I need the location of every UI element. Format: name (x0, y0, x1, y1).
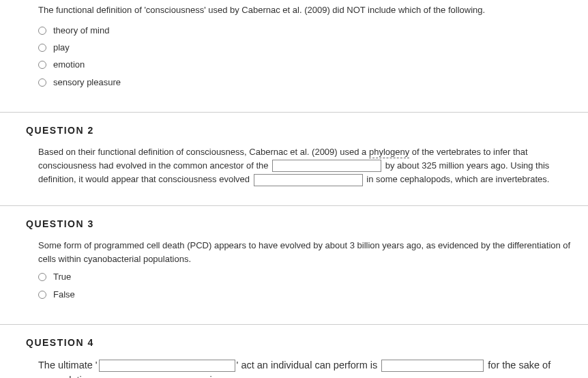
radio-icon[interactable] (38, 291, 46, 299)
radio-icon[interactable] (38, 78, 46, 87)
question-1-body: The functional definition of 'consciousn… (0, 3, 588, 89)
q3-option-false-label: False (53, 288, 75, 302)
question-2-body: Based on their functional definition of … (0, 145, 588, 186)
q1-option-1[interactable]: theory of mind (38, 24, 571, 38)
q1-option-2-label: play (53, 41, 70, 55)
question-2-heading: QUESTION 2 (0, 113, 588, 145)
q1-option-4-label: sensory pleasure (53, 76, 121, 89)
radio-icon[interactable] (38, 27, 46, 35)
q2-underlined: phylogeny (369, 147, 409, 158)
q1-option-2[interactable]: play (38, 41, 571, 55)
q1-option-3[interactable]: emotion (38, 58, 571, 72)
radio-icon[interactable] (38, 61, 46, 69)
q4-text-2: ' act an individual can perform is (237, 360, 381, 370)
q1-option-3-label: emotion (53, 58, 85, 72)
question-3-body: Some form of programmed cell death (PCD)… (0, 239, 588, 302)
q1-option-4[interactable]: sensory pleasure (38, 76, 571, 89)
q4-blank-2[interactable] (381, 360, 484, 372)
question-4-body: The ultimate '' act an individual can pe… (0, 358, 588, 378)
question-1: The functional definition of 'consciousn… (0, 0, 588, 113)
radio-icon[interactable] (38, 273, 46, 281)
question-3-heading: QUESTION 3 (0, 206, 588, 239)
question-4: QUESTION 4 The ultimate '' act an indivi… (0, 325, 588, 378)
q4-blank-1[interactable] (99, 360, 235, 372)
question-3: QUESTION 3 Some form of programmed cell … (0, 206, 588, 325)
q4-text-1: The ultimate ' (38, 360, 98, 370)
question-3-prompt: Some form of programmed cell death (PCD)… (38, 239, 571, 266)
q2-text-1: Based on their functional definition of … (38, 147, 369, 157)
q3-option-false[interactable]: False (38, 288, 571, 302)
radio-icon[interactable] (38, 44, 46, 52)
q1-option-1-label: theory of mind (53, 24, 109, 38)
q2-blank-1[interactable] (272, 160, 381, 172)
q3-option-true-label: True (53, 270, 71, 284)
question-4-heading: QUESTION 4 (0, 325, 588, 358)
q2-text-4: in some cephalopods, which are invertebr… (364, 174, 550, 184)
question-1-prompt: The functional definition of 'consciousn… (38, 3, 571, 17)
q3-option-true[interactable]: True (38, 270, 571, 284)
question-2: QUESTION 2 Based on their functional def… (0, 113, 588, 206)
q2-blank-2[interactable] (254, 174, 363, 186)
